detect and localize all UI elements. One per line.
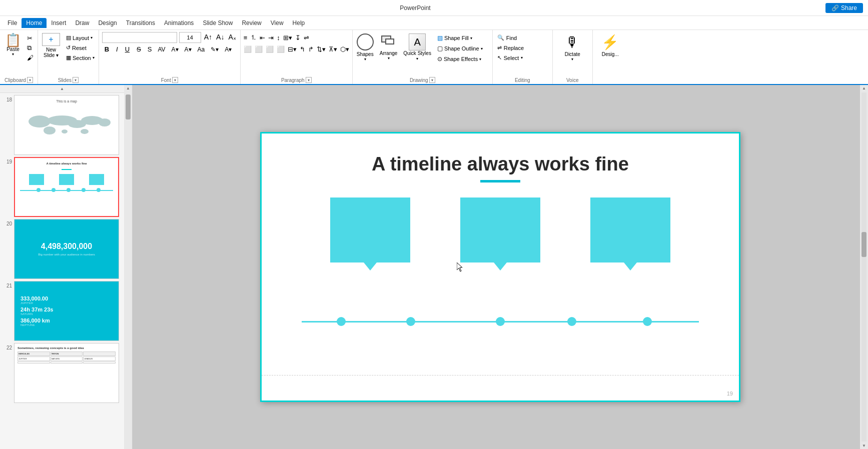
menu-slideshow[interactable]: Slide Show <box>198 18 237 28</box>
layout-icon: ▤ <box>66 34 71 41</box>
section-button[interactable]: ▦ Section ▾ <box>64 54 97 62</box>
paragraph-group-label: Paragraph ▾ <box>243 76 350 84</box>
replace-label: Replace <box>504 45 524 51</box>
design-ideas-button[interactable]: ⚡ Desig... <box>596 32 625 82</box>
menu-animations[interactable]: Animations <box>160 18 198 28</box>
text-align-button[interactable]: ⊼▾ <box>328 44 338 54</box>
replace-button[interactable]: ⇌ Replace <box>495 44 550 52</box>
slide-thumb-21[interactable]: 21 333,000.00 JUPITER 24h 37m 23s SATURN… <box>2 281 122 341</box>
italic-button[interactable]: I <box>114 44 121 54</box>
paste-button[interactable]: 📋 Paste ▾ <box>2 32 24 58</box>
text-fill-button[interactable]: A▾ <box>223 45 234 54</box>
select-arrow: ▾ <box>521 56 523 60</box>
canvas-scroll-down[interactable]: ▼ <box>861 442 867 449</box>
scrollbar-thumb[interactable] <box>126 94 131 120</box>
menu-help[interactable]: Help <box>288 18 310 28</box>
scroll-up-button[interactable]: ▲ <box>0 85 124 93</box>
layout-button[interactable]: ▤ Layout ▾ <box>64 34 97 42</box>
shapes-button[interactable]: Shapes ▾ <box>355 32 376 63</box>
slide-panel-container: ▲ 18 This is a map <box>0 85 133 449</box>
align-left-button[interactable]: ⬜ <box>243 44 253 54</box>
copy-button[interactable]: ⧉ <box>25 44 36 52</box>
reset-button[interactable]: ↺ Reset <box>64 44 97 52</box>
decrease-font-button[interactable]: A↓ <box>215 32 225 43</box>
slide-thumb-22[interactable]: 22 Sometimes, reviewing concepts is a go… <box>2 343 122 403</box>
strikethrough-button[interactable]: S <box>134 44 144 54</box>
canvas-scroll-thumb[interactable] <box>861 232 866 257</box>
bold-button[interactable]: B <box>102 44 112 54</box>
underline-button[interactable]: U <box>123 44 132 54</box>
smart-art-button[interactable]: ↧ <box>294 33 302 42</box>
slide19-dot1 <box>37 188 41 192</box>
drawing-group-label: Drawing ▾ <box>355 76 490 84</box>
menu-view[interactable]: View <box>266 18 288 28</box>
ltr-button[interactable]: ↱ <box>307 44 315 54</box>
columns-button[interactable]: ⊞▾ <box>282 33 293 42</box>
font-name-input[interactable] <box>102 32 177 43</box>
smartart2-button[interactable]: ⬡▾ <box>339 44 350 54</box>
clear-format-button[interactable]: Aₓ <box>227 32 237 43</box>
slide-thumb-19[interactable]: 19 A timeline always works fine <box>2 157 122 217</box>
font-color-button[interactable]: A▾ <box>170 45 181 54</box>
replace-icon: ⇌ <box>497 44 502 51</box>
share-button[interactable]: 🔗 Share <box>825 3 863 13</box>
new-slide-button[interactable]: + New Slide ▾ <box>40 32 62 59</box>
decrease-indent-button[interactable]: ⇤ <box>259 33 266 42</box>
copy-icon: ⧉ <box>27 44 32 52</box>
slides-expand[interactable]: ▾ <box>73 77 79 83</box>
font-aa-button[interactable]: Aa <box>196 45 207 54</box>
canvas-scroll-track[interactable] <box>861 92 866 442</box>
justify-button[interactable]: ⬜ <box>276 44 286 54</box>
menu-file[interactable]: File <box>3 18 22 28</box>
text-color-button[interactable]: A▾ <box>183 45 194 54</box>
clipboard-label: Clipboard ▾ <box>2 76 36 84</box>
clipboard-expand[interactable]: ▾ <box>27 77 33 83</box>
quick-styles-button[interactable]: A Quick Styles ▾ <box>401 32 433 62</box>
slide-num-21: 21 <box>2 281 12 288</box>
shape-fill-button[interactable]: ▧ Shape Fill ▾ <box>435 34 485 42</box>
drawing-expand[interactable]: ▾ <box>429 77 435 83</box>
slide-scrollbar[interactable]: ▲ <box>124 85 132 449</box>
slide-canvas[interactable]: A timeline always works fine <box>260 132 740 402</box>
arrange-button[interactable]: Arrange ▾ <box>378 32 400 62</box>
font-expand[interactable]: ▾ <box>172 77 178 83</box>
menu-design[interactable]: Design <box>94 18 121 28</box>
align-center-button[interactable]: ⬜ <box>254 44 264 54</box>
format-painter-button[interactable]: 🖌 <box>25 54 36 62</box>
scrollbar-up-arrow[interactable]: ▲ <box>126 86 130 90</box>
char-spacing-button[interactable]: AV <box>156 45 167 54</box>
columns2-button[interactable]: ⊟▾ <box>287 44 298 54</box>
line-spacing-button[interactable]: ↕ <box>276 33 281 42</box>
canvas-scroll-up[interactable]: ▲ <box>861 85 867 92</box>
cut-button[interactable]: ✂ <box>25 34 36 42</box>
menu-home[interactable]: Home <box>22 18 47 28</box>
box-2-rect <box>460 198 540 262</box>
slide19-dot4 <box>82 188 86 192</box>
text-highlight-button[interactable]: ✎▾ <box>209 45 221 54</box>
shadow-button[interactable]: S <box>146 44 154 54</box>
paragraph-expand[interactable]: ▾ <box>306 77 312 83</box>
world-map-svg <box>20 106 114 142</box>
menu-review[interactable]: Review <box>237 18 266 28</box>
convert-button[interactable]: ⇌ <box>303 33 310 42</box>
cut-icon: ✂ <box>27 34 33 42</box>
numbering-button[interactable]: ⒈ <box>249 32 258 43</box>
increase-indent-button[interactable]: ⇥ <box>267 33 275 42</box>
bullets-button[interactable]: ≡ <box>243 33 249 42</box>
menu-insert[interactable]: Insert <box>47 18 71 28</box>
svg-point-4 <box>99 118 111 126</box>
shape-effects-button[interactable]: ⊙ Shape Effects ▾ <box>435 54 485 64</box>
select-button[interactable]: ↖ Select ▾ <box>495 54 550 62</box>
text-direction-button[interactable]: ⇅▾ <box>316 44 327 54</box>
dictate-button[interactable]: 🎙 Dictate ▾ <box>556 32 589 76</box>
font-size-input[interactable] <box>179 32 201 43</box>
slide-thumb-18[interactable]: 18 This is a map <box>2 95 122 155</box>
rtl-button[interactable]: ↰ <box>299 44 306 54</box>
shape-outline-button[interactable]: ▢ Shape Outline ▾ <box>435 44 485 53</box>
menu-transitions[interactable]: Transitions <box>122 18 160 28</box>
find-button[interactable]: 🔍 Find <box>495 34 550 42</box>
menu-draw[interactable]: Draw <box>71 18 94 28</box>
increase-font-button[interactable]: A↑ <box>203 32 213 43</box>
slide-thumb-20[interactable]: 20 4,498,300,000 Big number with your au… <box>2 219 122 279</box>
align-right-button[interactable]: ⬜ <box>265 44 275 54</box>
